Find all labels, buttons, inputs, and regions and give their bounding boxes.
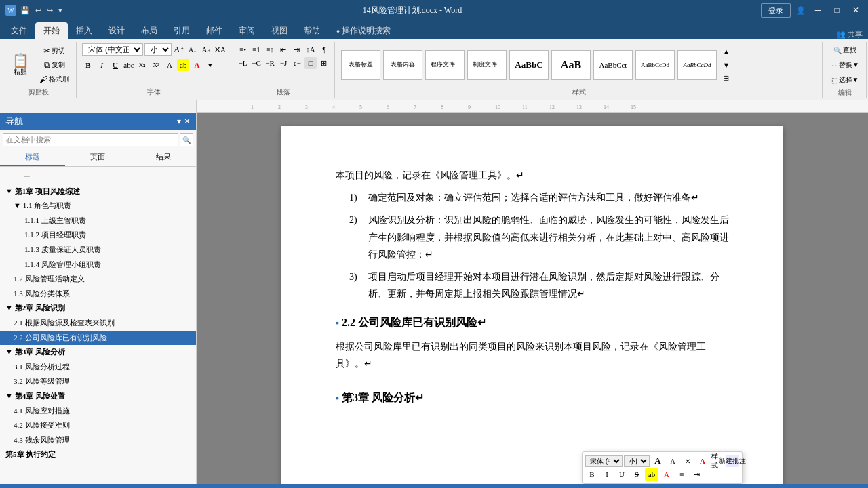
style-table-title[interactable]: 表格标题 — [340, 50, 381, 80]
minimize-button[interactable]: ─ — [811, 3, 825, 17]
format-painter-button[interactable]: 🖌 格式刷 — [37, 73, 72, 86]
tab-view[interactable]: 视图 — [263, 22, 296, 39]
styles-scroll-up[interactable]: ▲ — [720, 45, 732, 58]
redo-qa-btn[interactable]: ↪ — [45, 5, 54, 16]
nav-item-ch4[interactable]: ▼ 第4章 风险处置 — [0, 389, 196, 404]
nav-item-s13[interactable]: 1.3 风险分类体系 — [0, 287, 196, 302]
style-system-doc[interactable]: 制度文件... — [467, 50, 507, 80]
style-normal[interactable]: AaBbC — [509, 50, 549, 80]
mini-indent-button[interactable]: ⇥ — [690, 468, 703, 481]
mini-list-button[interactable]: ≡ — [675, 468, 688, 481]
mini-font-color-button[interactable]: A — [660, 468, 673, 481]
mini-underline-button[interactable]: U — [615, 468, 629, 481]
text-effect-button[interactable]: A — [163, 59, 176, 71]
justify-button[interactable]: ≡J — [277, 57, 290, 69]
nav-item-ch3[interactable]: ▼ 第3章 风险分析 — [0, 345, 196, 360]
nav-item-s41[interactable]: 4.1 风险应对措施 — [0, 404, 196, 419]
nav-item-ch5[interactable]: 第5章 执行约定 — [0, 447, 196, 462]
superscript-button[interactable]: X² — [150, 59, 162, 71]
search-input[interactable] — [3, 133, 178, 146]
style-heading1[interactable]: AaBbCct — [593, 50, 633, 80]
align-center-button[interactable]: ≡C — [250, 57, 262, 69]
line-spacing-button[interactable]: ↕≡ — [291, 57, 303, 69]
replace-button[interactable]: ↔ 替换▼ — [828, 58, 862, 72]
font-grow-button[interactable]: A↑ — [173, 43, 185, 56]
nav-item-s43[interactable]: 4.3 残余风险管理 — [0, 433, 196, 448]
sidebar-close-button[interactable]: ✕ — [184, 117, 191, 127]
style-no-spacing[interactable]: AaB — [551, 50, 591, 80]
nav-item-s11[interactable]: ▼ 1.1 角色与职责 — [0, 199, 196, 214]
bullets-button[interactable]: ≡• — [237, 43, 249, 56]
paste-button[interactable]: 📋 粘贴 — [5, 45, 35, 85]
copy-button[interactable]: ⧉ 复制 — [37, 58, 72, 72]
show-hide-button[interactable]: ¶ — [318, 43, 330, 56]
login-button[interactable]: 登录 — [761, 3, 791, 18]
tab-review[interactable]: 审阅 — [231, 22, 263, 39]
italic-button[interactable]: I — [96, 59, 108, 71]
tab-references[interactable]: 引用 — [165, 22, 198, 39]
styles-more[interactable]: ⊞ — [720, 73, 732, 85]
maximize-button[interactable]: □ — [830, 3, 844, 17]
tab-mailings[interactable]: 邮件 — [198, 22, 231, 39]
font-color-dropdown[interactable]: ▾ — [204, 59, 216, 71]
styles-scroll-down[interactable]: ▼ — [720, 59, 732, 71]
style-heading2[interactable]: AaBbCcDd — [635, 50, 675, 80]
style-proc-doc[interactable]: 程序文件... — [425, 50, 465, 80]
numbering-button[interactable]: ≡1 — [250, 43, 262, 56]
save-qa-btn[interactable]: 💾 — [19, 5, 31, 16]
sort-button[interactable]: ↕A — [304, 43, 317, 56]
tab-file[interactable]: 文件 — [3, 22, 35, 39]
nav-item-s114[interactable]: 1.1.4 风险管理小组职责 — [0, 258, 196, 272]
subscript-button[interactable]: X₂ — [136, 59, 149, 71]
font-name-select[interactable]: 宋体 (中文正文) — [82, 43, 143, 56]
mini-font-shrink[interactable]: A — [666, 455, 679, 467]
cut-button[interactable]: ✂ 剪切 — [37, 44, 72, 58]
tab-headings[interactable]: 标题 — [0, 149, 65, 166]
style-table-content[interactable]: 表格内容 — [382, 50, 423, 80]
change-case-button[interactable]: Aa — [200, 43, 212, 56]
strikethrough-button[interactable]: abc — [123, 59, 135, 71]
nav-item-s42[interactable]: 4.2 风险接受准则 — [0, 418, 196, 433]
highlight-button[interactable]: ab — [177, 59, 189, 71]
mini-italic-button[interactable]: I — [600, 468, 614, 481]
nav-item-ch1[interactable]: ▼ 第1章 项目风险综述 — [0, 184, 196, 199]
nav-item-s111[interactable]: 1.1.1 上级主管职责 — [0, 214, 196, 228]
tab-results[interactable]: 结果 — [131, 149, 196, 166]
mini-font-type[interactable]: ✕ — [681, 455, 694, 467]
clear-format-button[interactable]: ✕A — [214, 43, 226, 56]
select-button[interactable]: ⬚ 选择▼ — [829, 73, 862, 87]
nav-item-s31[interactable]: 3.1 风险分析过程 — [0, 360, 196, 375]
tab-insert[interactable]: 插入 — [68, 22, 100, 39]
increase-indent-button[interactable]: ⇥ — [291, 43, 303, 56]
mini-font-name[interactable]: 宋体 (中3 — [585, 455, 623, 467]
tab-design[interactable]: 设计 — [100, 22, 133, 39]
tab-help[interactable]: 帮助 — [296, 22, 328, 39]
tab-layout[interactable]: 布局 — [133, 22, 165, 39]
nav-item-ch2[interactable]: ▼ 第2章 风险识别 — [0, 301, 196, 316]
nav-item-s113[interactable]: 1.1.3 质量保证人员职责 — [0, 243, 196, 258]
tab-home[interactable]: 开始 — [35, 22, 68, 39]
tab-search[interactable]: ♦ 操作说明搜索 — [328, 22, 399, 39]
share-btn[interactable]: 👥 共享 — [836, 29, 863, 39]
document-area[interactable]: 本项目的风险，记录在《风险管理工具》。↵ 1) 确定范围及对象：确立评估范围；选… — [197, 113, 868, 484]
borders-button[interactable]: ⊞ — [318, 57, 330, 69]
close-button[interactable]: ✕ — [849, 3, 863, 17]
nav-item-s12[interactable]: 1.2 风险管理活动定义 — [0, 272, 196, 287]
customize-qa-btn[interactable]: ▾ — [57, 5, 64, 16]
decrease-indent-button[interactable]: ⇤ — [277, 43, 290, 56]
nav-item-s112[interactable]: 1.1.2 项目经理职责 — [0, 228, 196, 243]
mini-font-grow[interactable]: A — [651, 455, 665, 467]
font-color-button[interactable]: A — [191, 59, 203, 71]
mini-bold-button[interactable]: B — [585, 468, 599, 481]
style-title[interactable]: AaBbCcDd — [677, 50, 717, 80]
mini-strikethrough-button[interactable]: S — [630, 468, 644, 481]
shading-button[interactable]: □ — [304, 57, 317, 69]
mini-font-size[interactable]: 小四 — [624, 455, 650, 467]
align-right-button[interactable]: ≡R — [264, 57, 276, 69]
find-button[interactable]: 🔍 查找 — [831, 43, 859, 57]
undo-qa-btn[interactable]: ↩ — [34, 5, 43, 16]
nav-item-s22[interactable]: 2.2 公司风险库已有识别风险 — [0, 331, 196, 346]
bold-button[interactable]: B — [82, 59, 94, 71]
mini-color-a[interactable]: A — [696, 455, 709, 467]
nav-item-s21[interactable]: 2.1 根据风险源及检查表来识别 — [0, 316, 196, 331]
